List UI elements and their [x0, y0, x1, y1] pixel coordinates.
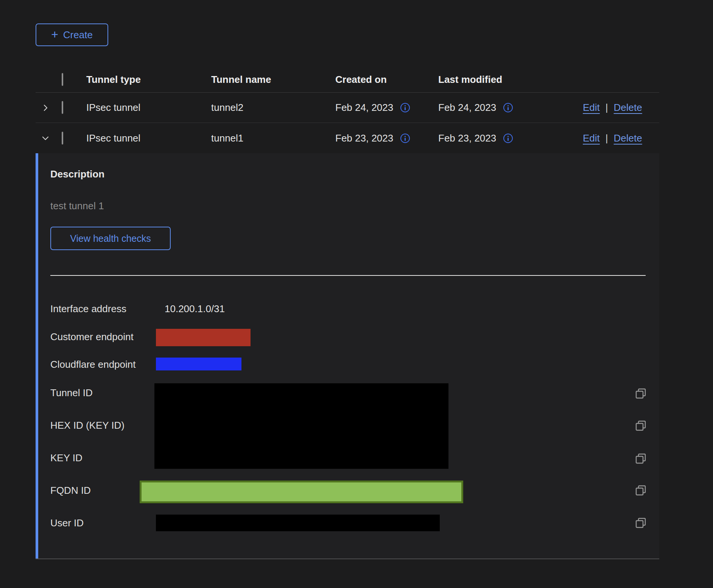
delete-link[interactable]: Delete: [614, 132, 642, 144]
interface-address-label: Interface address: [50, 303, 126, 315]
copy-icon[interactable]: [634, 484, 647, 497]
chevron-right-icon: [41, 103, 50, 112]
create-button-label: Create: [63, 29, 93, 41]
hex-id-label: HEX ID (KEY ID): [50, 420, 125, 431]
interface-address-value: 10.200.1.0/31: [165, 303, 225, 315]
tunnels-table: Tunnel type Tunnel name Created on Last …: [36, 67, 659, 153]
expanded-row-indicator-bar: [36, 153, 38, 558]
section-divider: [50, 275, 646, 276]
cell-created-on: Feb 24, 2023: [335, 102, 393, 114]
copy-icon[interactable]: [634, 516, 647, 529]
create-button[interactable]: + Create: [36, 23, 108, 46]
copy-icon[interactable]: [634, 452, 647, 465]
table-row: IPsec tunnel tunnel2 Feb 24, 2023 Feb 24…: [36, 93, 659, 123]
row-checkbox[interactable]: [62, 101, 63, 114]
chevron-down-icon: [41, 134, 50, 143]
key-id-label: KEY ID: [50, 452, 83, 464]
description-value: test tunnel 1: [50, 200, 104, 212]
table-header-row: Tunnel type Tunnel name Created on Last …: [36, 67, 659, 93]
collapse-row-button[interactable]: [36, 134, 62, 143]
edit-link[interactable]: Edit: [583, 132, 600, 144]
cell-last-modified: Feb 23, 2023: [438, 132, 496, 144]
action-separator: |: [606, 132, 608, 144]
col-header-created-on: Created on: [335, 74, 438, 86]
tunnels-page: { "colors": { "page_bg": "#1c1c1d", "pan…: [0, 0, 713, 588]
customer-endpoint-label: Customer endpoint: [50, 331, 134, 343]
cell-tunnel-type: IPsec tunnel: [86, 132, 211, 144]
id-values-redacted-block: [154, 383, 448, 469]
customer-endpoint-redacted-value: [156, 329, 251, 346]
fqdn-id-label: FQDN ID: [50, 485, 91, 496]
fqdn-id-redacted-value: [140, 481, 463, 503]
action-separator: |: [606, 102, 608, 114]
table-row: IPsec tunnel tunnel1 Feb 23, 2023 Feb 23…: [36, 123, 659, 153]
cloudflare-endpoint-label: Cloudflare endpoint: [50, 359, 136, 370]
col-header-last-modified: Last modified: [438, 74, 583, 86]
cell-tunnel-type: IPsec tunnel: [86, 102, 211, 114]
cell-tunnel-name: tunnel2: [211, 102, 335, 114]
user-id-label: User ID: [50, 517, 84, 529]
user-id-redacted-value: [156, 515, 440, 531]
cell-created-on: Feb 23, 2023: [335, 132, 393, 144]
col-header-tunnel-name: Tunnel name: [211, 74, 335, 86]
row-checkbox[interactable]: [62, 132, 63, 145]
tunnel-id-label: Tunnel ID: [50, 387, 93, 399]
copy-icon[interactable]: [634, 419, 647, 432]
view-health-checks-button[interactable]: View health checks: [50, 227, 171, 250]
cell-last-modified: Feb 24, 2023: [438, 102, 496, 114]
cell-tunnel-name: tunnel1: [211, 132, 335, 144]
description-label: Description: [50, 168, 104, 180]
plus-icon: +: [51, 28, 58, 40]
delete-link[interactable]: Delete: [614, 102, 642, 114]
info-icon[interactable]: [503, 103, 513, 113]
select-all-checkbox[interactable]: [62, 73, 63, 86]
expand-row-button[interactable]: [36, 103, 62, 112]
info-icon[interactable]: [400, 103, 410, 113]
col-header-tunnel-type: Tunnel type: [86, 74, 211, 86]
cloudflare-endpoint-redacted-value: [156, 358, 241, 370]
edit-link[interactable]: Edit: [583, 102, 600, 114]
tunnel-detail-panel: Description test tunnel 1 View health ch…: [36, 153, 659, 559]
info-icon[interactable]: [503, 133, 513, 143]
info-icon[interactable]: [400, 133, 410, 143]
copy-icon[interactable]: [634, 387, 647, 400]
